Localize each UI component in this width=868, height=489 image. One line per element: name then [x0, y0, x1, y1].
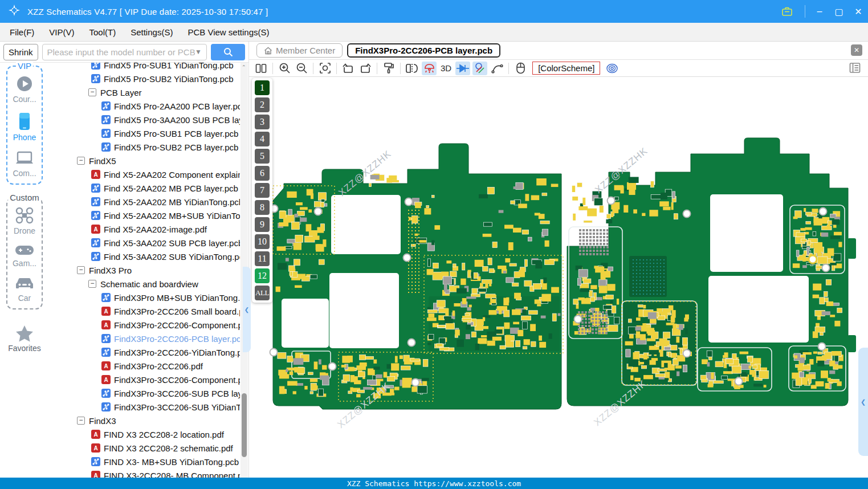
- tree-item[interactable]: FindX5 Pro-3AA200 SUB PCB layer.pcb: [48, 113, 240, 127]
- tree-item[interactable]: Find X5-3AA202 SUB PCB layer.pcb: [48, 236, 240, 250]
- rotate-right-icon[interactable]: [358, 62, 373, 75]
- menu-settings[interactable]: Settings(S): [123, 23, 180, 41]
- tree-item[interactable]: FindX3Pro-3CC206-SUB YiDianTong.pcb: [48, 400, 240, 414]
- sidebar-item-phone[interactable]: Phone: [13, 112, 36, 142]
- curve-icon[interactable]: [490, 62, 504, 75]
- shrink-button[interactable]: Shrink: [3, 44, 38, 60]
- lamp-highlight-icon[interactable]: [422, 62, 437, 75]
- pcb-file-icon: [91, 457, 100, 466]
- license-briefcase-icon[interactable]: [777, 3, 797, 19]
- tree-node[interactable]: −FindX5: [48, 154, 240, 168]
- layer-button-9[interactable]: 9: [255, 217, 270, 232]
- sidebar-item-game[interactable]: Gam...: [13, 243, 36, 268]
- layer-button-2[interactable]: 2: [255, 97, 270, 112]
- computer-icon: [15, 150, 34, 167]
- tab-member-center[interactable]: Member Center: [256, 43, 343, 58]
- collapse-minus-icon[interactable]: −: [77, 157, 85, 165]
- maximize-button[interactable]: ▢: [829, 3, 849, 19]
- collapse-minus-icon[interactable]: −: [88, 280, 96, 288]
- layer-button-5[interactable]: 5: [255, 149, 270, 164]
- zoom-out-icon[interactable]: [294, 62, 309, 75]
- zoom-in-icon[interactable]: [277, 62, 292, 75]
- eye-target-icon[interactable]: [605, 62, 620, 75]
- tree-item[interactable]: FindX3Pro MB+SUB YiDianTong.pcb: [48, 291, 240, 304]
- diode-icon[interactable]: [455, 62, 470, 75]
- tree-node[interactable]: −PCB Layer: [48, 85, 240, 99]
- tree-item[interactable]: AFindX3Pro-2CC206 Small board.pdf: [48, 304, 240, 318]
- 3d-view-button[interactable]: 3D: [439, 63, 453, 73]
- measure-probe-icon[interactable]: [472, 62, 487, 75]
- sidebar-item-drone[interactable]: Drone: [14, 206, 35, 235]
- collapse-minus-icon[interactable]: −: [88, 88, 96, 96]
- tree-item[interactable]: FIND X3- MB+SUB YiDianTong.pcb: [48, 455, 240, 468]
- minimize-button[interactable]: –: [810, 3, 829, 19]
- split-view-icon[interactable]: [254, 62, 268, 75]
- search-input[interactable]: [47, 47, 195, 57]
- chevron-down-icon[interactable]: ▼: [195, 48, 202, 56]
- collapse-right-panel-handle[interactable]: ❮: [858, 348, 868, 456]
- layer-button-all[interactable]: ALL: [255, 286, 270, 300]
- collapse-minus-icon[interactable]: −: [77, 417, 85, 425]
- tree-item[interactable]: Find X5-2AA202 MB YiDianTong.pcb: [48, 195, 240, 209]
- tree-item[interactable]: AFindX3Pro-2CC206.pdf: [48, 359, 240, 373]
- tree-scrollbar-thumb[interactable]: [242, 393, 247, 457]
- tree-item[interactable]: FindX3Pro-3CC206-SUB PCB layer.pcb: [48, 386, 240, 400]
- layer-button-4[interactable]: 4: [255, 132, 270, 146]
- tree-item[interactable]: FindX3Pro-2CC206-YiDianTong.pcb: [48, 345, 240, 359]
- tree-item[interactable]: FindX3Pro-2CC206-PCB layer.pcb: [48, 332, 240, 345]
- tree-item[interactable]: AFindX3Pro-2CC206-Component.pdf: [48, 318, 240, 332]
- search-box[interactable]: ▼: [42, 44, 207, 60]
- pcb-board-view[interactable]: XZZ@XZZHK XZZ@XZZHK XZZ@XZZHK XZZ@XZZHK: [249, 77, 868, 478]
- scroll-up-icon[interactable]: ⌃: [242, 64, 246, 70]
- tree-item[interactable]: FindX5 Pro-2AA200 PCB layer.pcb: [48, 99, 240, 113]
- pcb-canvas[interactable]: 123456789101112ALL: [249, 77, 868, 478]
- menu-tool[interactable]: Tool(T): [82, 23, 124, 41]
- tree-item[interactable]: FindX5 Pro-SUB1 YiDianTong.pcb: [48, 63, 240, 72]
- menubar: File(F) VIP(V) Tool(T) Settings(S) PCB V…: [0, 23, 868, 42]
- tree-item[interactable]: AFindX3Pro-3CC206-Component.pdf: [48, 373, 240, 386]
- tree-node[interactable]: −FindX3 Pro: [48, 263, 240, 277]
- rotate-left-icon[interactable]: [341, 62, 356, 75]
- tree-item[interactable]: AFIND X3 2CC208-2 location.pdf: [48, 427, 240, 441]
- layer-button-3[interactable]: 3: [255, 115, 270, 129]
- tree-item[interactable]: Find X5-2AA202 MB PCB layer.pcb: [48, 181, 240, 195]
- search-button[interactable]: [211, 44, 245, 60]
- layer-button-1[interactable]: 1: [255, 80, 270, 95]
- layer-button-6[interactable]: 6: [255, 166, 270, 181]
- mirror-flip-icon[interactable]: [405, 62, 419, 75]
- tree-node[interactable]: −FindX3: [48, 414, 240, 427]
- menu-pcb-view-settings[interactable]: PCB View settings(S): [180, 23, 276, 41]
- sidebar-item-computer[interactable]: Com...: [13, 150, 36, 178]
- tree-item[interactable]: Find X5-2AA202 MB+SUB YiDianTong.pcb: [48, 209, 240, 222]
- colorscheme-button[interactable]: [ColorScheme]: [532, 62, 600, 75]
- layer-button-7[interactable]: 7: [255, 183, 270, 198]
- menu-vip[interactable]: VIP(V): [42, 23, 81, 41]
- tree-item[interactable]: AFind X5-2AA202 Component explain.pdf: [48, 168, 240, 181]
- close-all-tabs-icon[interactable]: ✕: [851, 44, 862, 56]
- menu-file[interactable]: File(F): [2, 23, 42, 41]
- tree-item[interactable]: FindX5 Pro-SUB2 PCB layer.pcb: [48, 140, 240, 154]
- sidebar-item-car[interactable]: Car: [14, 276, 35, 303]
- layer-button-8[interactable]: 8: [255, 200, 270, 215]
- mouse-icon[interactable]: [513, 62, 528, 75]
- tree-item[interactable]: AFIND X3-2CC208- MB Component.pdf: [48, 468, 240, 478]
- collapse-minus-icon[interactable]: −: [77, 266, 85, 274]
- tree-node[interactable]: −Schematic and boardview: [48, 277, 240, 291]
- fit-screen-icon[interactable]: [317, 62, 332, 75]
- close-button[interactable]: ✕: [849, 3, 868, 19]
- sidebar-item-course[interactable]: Cour...: [13, 75, 36, 104]
- paint-roller-icon[interactable]: [381, 62, 396, 75]
- layer-button-10[interactable]: 10: [255, 234, 270, 249]
- tab-active-pcb[interactable]: FindX3Pro-2CC206-PCB layer.pcb: [347, 43, 500, 58]
- tree-item[interactable]: FindX5 Pro-SUB1 PCB layer.pcb: [48, 127, 240, 140]
- tree-item[interactable]: AFIND X3 2CC208-2 schematic.pdf: [48, 441, 240, 455]
- sidebar-item-favorites[interactable]: Favorites: [8, 324, 41, 353]
- collapse-left-panel-handle[interactable]: ❮: [243, 267, 251, 352]
- tree-item[interactable]: AFind X5-2AA202-image.pdf: [48, 222, 240, 236]
- layer-button-12[interactable]: 12: [255, 268, 270, 283]
- panel-list-icon[interactable]: [849, 62, 861, 76]
- tree-item[interactable]: FindX5 Pro-SUB2 YiDianTong.pcb: [48, 72, 240, 85]
- tree-item[interactable]: Find X5-3AA202 SUB YiDianTong.pcb: [48, 250, 240, 263]
- layer-button-11[interactable]: 11: [255, 251, 270, 266]
- tree-item-label: FindX5: [89, 156, 116, 166]
